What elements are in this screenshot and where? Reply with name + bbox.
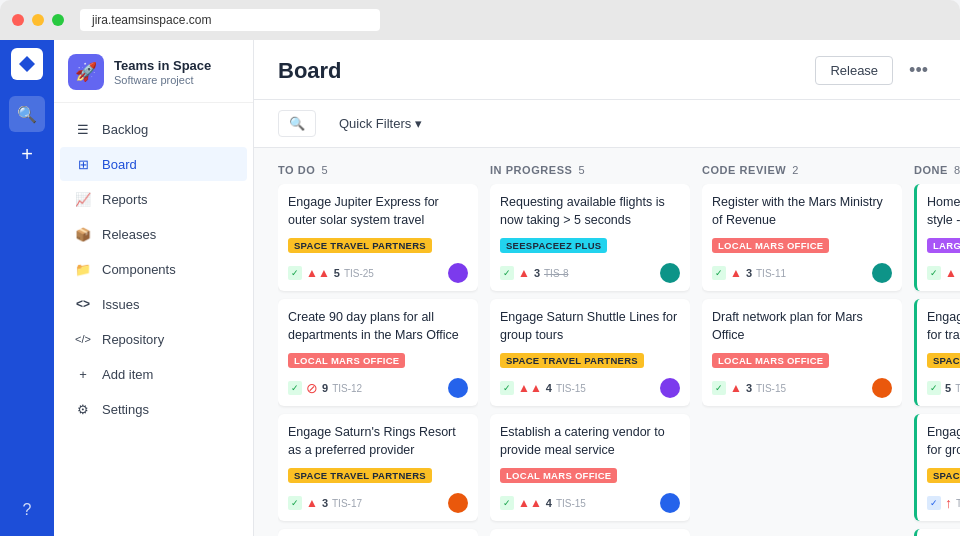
card-id: TIS-15 — [556, 498, 586, 509]
card-tag: LARGE TEAM SUPPORT — [927, 238, 960, 253]
project-avatar: 🚀 — [68, 54, 104, 90]
backlog-icon: ☰ — [74, 120, 92, 138]
card-todo-1[interactable]: Engage Jupiter Express for outer solar s… — [278, 184, 478, 291]
card-id: TIS-15 — [556, 383, 586, 394]
column-inprogress: IN PROGRESS 5 Requesting available fligh… — [490, 164, 690, 536]
status-icon: ✓ — [288, 496, 302, 510]
sidebar-nav: ☰ Backlog ⊞ Board 📈 Reports 📦 Releases 📁… — [54, 103, 253, 435]
status-icon: ✓ — [927, 381, 941, 395]
more-options-button[interactable]: ••• — [901, 56, 936, 85]
card-todo-4[interactable]: Enable Speedy SpaceCraft as the preferre… — [278, 529, 478, 536]
status-icon: ✓ — [927, 266, 941, 280]
column-title-codereview: CODE REVIEW — [702, 164, 786, 176]
nav-label-board: Board — [102, 157, 137, 172]
card-tag: LOCAL MARS OFFICE — [712, 238, 829, 253]
card-title: Engage Saturn Shuttle Lines for group to… — [927, 424, 960, 459]
status-icon: ✓ — [712, 381, 726, 395]
column-header-todo: TO DO 5 — [278, 164, 478, 176]
column-count-codereview: 2 — [792, 164, 799, 176]
rail-help-icon[interactable]: ? — [9, 492, 45, 528]
release-button[interactable]: Release — [815, 56, 893, 85]
card-footer: ✓ ▲ 3 TIS-11 — [712, 263, 892, 283]
nav-label-backlog: Backlog — [102, 122, 148, 137]
browser-close[interactable] — [12, 14, 24, 26]
main-content: Board Release ••• 🔍 Quick Filters ▾ TO D… — [254, 40, 960, 536]
avatar — [872, 378, 892, 398]
status-icon: ✓ — [500, 266, 514, 280]
priority-icon: ▲ — [730, 381, 742, 395]
cards-list-todo: Engage Jupiter Express for outer solar s… — [278, 184, 478, 536]
card-tag: SPACE TRAVEL PARTNERS — [288, 468, 432, 483]
priority-icon: ▲▲ — [518, 496, 542, 510]
page-title: Board — [278, 58, 342, 98]
block-icon: ⊘ — [306, 380, 318, 396]
project-info: Teams in Space Software project — [114, 58, 211, 86]
rail-add-icon[interactable]: + — [9, 136, 45, 172]
nav-label-components: Components — [102, 262, 176, 277]
cards-list-inprogress: Requesting available flights is now taki… — [490, 184, 690, 536]
card-meta: ✓ ▲ TIS-68 — [927, 266, 960, 280]
sidebar-item-add-item[interactable]: + Add item — [60, 357, 247, 391]
card-footer: ✓ ▲ 3 TIS-17 — [288, 493, 468, 513]
card-cr-1[interactable]: Register with the Mars Ministry of Reven… — [702, 184, 902, 291]
column-done: DONE 8 Homepage footer uses an inline st… — [914, 164, 960, 536]
quick-filters-label: Quick Filters — [339, 116, 411, 131]
quick-filters-button[interactable]: Quick Filters ▾ — [328, 110, 433, 137]
card-inprogress-2[interactable]: Engage Saturn Shuttle Lines for group to… — [490, 299, 690, 406]
browser-minimize[interactable] — [32, 14, 44, 26]
card-todo-3[interactable]: Engage Saturn's Rings Resort as a prefer… — [278, 414, 478, 521]
card-title: Requesting available flights is now taki… — [500, 194, 680, 229]
card-meta: ✓ ▲▲ 4 TIS-15 — [500, 496, 586, 510]
rail-search-icon[interactable]: 🔍 — [9, 96, 45, 132]
sidebar-item-releases[interactable]: 📦 Releases — [60, 217, 247, 251]
search-box[interactable]: 🔍 — [278, 110, 316, 137]
sidebar-item-issues[interactable]: <> Issues — [60, 287, 247, 321]
card-meta: ✓ ▲ 3 TIS-15 — [712, 381, 786, 395]
card-cr-2[interactable]: Draft network plan for Mars Office LOCAL… — [702, 299, 902, 406]
card-id: TIS-15 — [756, 383, 786, 394]
app-logo[interactable] — [11, 48, 43, 80]
card-done-4[interactable]: Establish a catering vendor to provide m… — [914, 529, 960, 536]
avatar — [448, 378, 468, 398]
sidebar-item-reports[interactable]: 📈 Reports — [60, 182, 247, 216]
card-done-3[interactable]: Engage Saturn Shuttle Lines for group to… — [914, 414, 960, 521]
card-id: TIS-8 — [544, 268, 568, 279]
story-points: 4 — [546, 382, 552, 394]
sidebar-item-backlog[interactable]: ☰ Backlog — [60, 112, 247, 146]
settings-icon: ⚙ — [74, 400, 92, 418]
card-id: TIS-15 — [956, 498, 960, 509]
card-inprogress-1[interactable]: Requesting available flights is now taki… — [490, 184, 690, 291]
sidebar: 🚀 Teams in Space Software project ☰ Back… — [54, 40, 254, 536]
components-icon: 📁 — [74, 260, 92, 278]
sidebar-item-board[interactable]: ⊞ Board — [60, 147, 247, 181]
card-inprogress-3[interactable]: Establish a catering vendor to provide m… — [490, 414, 690, 521]
column-title-inprogress: IN PROGRESS — [490, 164, 572, 176]
card-inprogress-4[interactable]: Engage Saturn Shuttle Lines for group to… — [490, 529, 690, 536]
avatar — [660, 378, 680, 398]
cards-list-done: Homepage footer uses an inline style - s… — [914, 184, 960, 536]
sidebar-item-components[interactable]: 📁 Components — [60, 252, 247, 286]
column-codereview: CODE REVIEW 2 Register with the Mars Min… — [702, 164, 902, 536]
card-tag: LOCAL MARS OFFICE — [288, 353, 405, 368]
card-done-1[interactable]: Homepage footer uses an inline style - s… — [914, 184, 960, 291]
card-footer: ✓ ▲▲ 4 TIS-15 — [500, 378, 680, 398]
card-footer: ✓ ↑ TIS-15 — [927, 493, 960, 513]
main-header: Board Release ••• — [254, 40, 960, 100]
nav-label-repository: Repository — [102, 332, 164, 347]
column-header-codereview: CODE REVIEW 2 — [702, 164, 902, 176]
sidebar-item-settings[interactable]: ⚙ Settings — [60, 392, 247, 426]
avatar — [872, 263, 892, 283]
browser-maximize[interactable] — [52, 14, 64, 26]
header-actions: Release ••• — [815, 56, 936, 99]
browser-url[interactable]: jira.teamsinspace.com — [80, 9, 380, 31]
sidebar-item-repository[interactable]: </> Repository — [60, 322, 247, 356]
nav-label-issues: Issues — [102, 297, 140, 312]
card-todo-2[interactable]: Create 90 day plans for all departments … — [278, 299, 478, 406]
avatar — [660, 263, 680, 283]
sidebar-header: 🚀 Teams in Space Software project — [54, 40, 253, 103]
column-title-todo: TO DO — [278, 164, 315, 176]
project-type: Software project — [114, 74, 211, 86]
releases-icon: 📦 — [74, 225, 92, 243]
card-done-2[interactable]: Engage JetShuttle SpaceWays for travel S… — [914, 299, 960, 406]
add-item-icon: + — [74, 365, 92, 383]
